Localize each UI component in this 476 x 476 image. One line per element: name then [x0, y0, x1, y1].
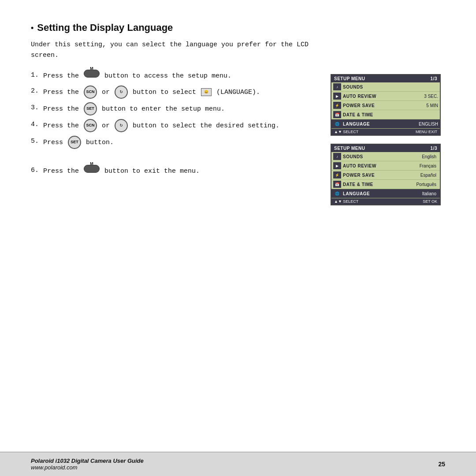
- arrow-button-icon: ↻: [115, 86, 128, 99]
- lcd-screen-1-footer-right: MENU EXIT: [416, 130, 437, 134]
- title-text: Setting the Display Language: [37, 22, 173, 33]
- datetime-label-2: DATE & TIME: [343, 182, 416, 187]
- autoreview-label-2: AUTO REVIEW: [343, 164, 420, 168]
- step-2-num: 2.: [31, 86, 41, 97]
- sounds-label-2: SOUNDS: [343, 154, 422, 159]
- step-5: 5. Press SET button.: [31, 136, 317, 149]
- screens-column: SETUP MENU 1/3 ♪ SOUNDS ▶ AUTO REVIEW 3 …: [331, 74, 445, 205]
- step-4-body: Press the SCN or ↻ button to select the …: [43, 119, 317, 132]
- autoreview-label-1: AUTO REVIEW: [343, 94, 422, 99]
- sounds-icon-1: ♪: [333, 83, 341, 90]
- step-3-body: Press the SET button to enter the setup …: [43, 102, 317, 115]
- lcd-row-powersave-2: ⚡ POWER SAVE Español: [331, 171, 440, 180]
- datetime-label-1: DATE & TIME: [343, 112, 436, 117]
- powersave-value-1: 5 MIN: [426, 103, 438, 108]
- lcd-row-sounds-2: ♪ SOUNDS English: [331, 152, 440, 161]
- lcd-screen-1-footer-left: ▲▼ SELECT: [334, 130, 358, 134]
- lcd-row-language-2: 🌐 LANGUAGE Italiano: [331, 189, 440, 198]
- lcd-screen-2-footer: ▲▼ SELECT SET OK: [331, 198, 440, 205]
- lcd-row-datetime-1: 📅 DATE & TIME: [331, 110, 440, 119]
- step-6-body: Press the M button to exit the menu.: [43, 165, 317, 177]
- lcd-screen-2-page: 1/3: [431, 146, 437, 151]
- page-number: 25: [438, 461, 445, 468]
- step-5-num: 5.: [31, 136, 41, 147]
- m-button-icon-6: M: [84, 165, 100, 177]
- footer-left: Polaroid i1032 Digital Camera User Guide…: [31, 457, 144, 471]
- scn-button-icon-4: SCN: [84, 119, 97, 132]
- set-button-icon-5: SET: [68, 136, 81, 149]
- step-1: 1. Press the M button to access the setu…: [31, 70, 317, 82]
- lcd-row-datetime-2: 📅 DATE & TIME Português: [331, 180, 440, 189]
- step-3-num: 3.: [31, 102, 41, 114]
- lcd-screen-2-header: SETUP MENU 1/3: [331, 145, 440, 152]
- bullet: •: [31, 23, 33, 33]
- step-4: 4. Press the SCN or ↻ button to select t…: [31, 119, 317, 132]
- lcd-row-powersave-1: ⚡ POWER SAVE 5 MIN: [331, 101, 440, 110]
- m-button-icon: M: [84, 70, 100, 82]
- powersave-icon-2: ⚡: [333, 171, 341, 178]
- set-button-icon-3: SET: [84, 102, 97, 115]
- autoreview-lang-value-2: Français: [420, 164, 438, 168]
- datetime-icon-1: 📅: [333, 111, 341, 118]
- intro-text: Under this setting, you can select the l…: [31, 40, 339, 61]
- page: • Setting the Display Language Under thi…: [0, 0, 476, 476]
- scn-button-icon: SCN: [84, 86, 97, 99]
- language-value-1: ENGLISH: [419, 122, 438, 126]
- lcd-screen-1: SETUP MENU 1/3 ♪ SOUNDS ▶ AUTO REVIEW 3 …: [331, 74, 441, 136]
- steps-column: 1. Press the M button to access the setu…: [31, 70, 317, 180]
- step-6-num: 6.: [31, 165, 41, 176]
- lcd-screen-1-header: SETUP MENU 1/3: [331, 75, 440, 82]
- lcd-screen-2: SETUP MENU 1/3 ♪ SOUNDS English ▶ AUTO R…: [331, 144, 441, 205]
- page-footer: Polaroid i1032 Digital Camera User Guide…: [0, 452, 476, 476]
- language-lang-value-2: Italiano: [422, 191, 438, 196]
- guide-url: www.polaroid.com: [31, 464, 144, 471]
- datetime-icon-2: 📅: [333, 181, 341, 188]
- language-label-1: LANGUAGE: [343, 122, 417, 126]
- language-label-2: LANGUAGE: [343, 191, 422, 196]
- guide-title: Polaroid i1032 Digital Camera User Guide: [31, 457, 144, 464]
- lcd-screen-2-footer-right: SET OK: [423, 199, 437, 204]
- powersave-lang-value-2: Español: [420, 173, 438, 178]
- powersave-icon-1: ⚡: [333, 102, 341, 109]
- section-title: • Setting the Display Language: [31, 22, 445, 33]
- language-icon-2: 🌐: [333, 190, 341, 197]
- lcd-row-autoreview-1: ▶ AUTO REVIEW 3 SEC.: [331, 92, 440, 101]
- step-5-body: Press SET button.: [43, 136, 317, 149]
- autoreview-icon-1: ▶: [333, 93, 341, 100]
- step-4-num: 4.: [31, 119, 41, 130]
- step-1-body: Press the M button to access the setup m…: [43, 70, 317, 82]
- sounds-icon-2: ♪: [333, 153, 341, 160]
- datetime-lang-value-2: Português: [416, 182, 438, 187]
- lcd-screen-2-footer-left: ▲▼ SELECT: [334, 199, 358, 204]
- step-6: 6. Press the M button to exit the menu.: [31, 165, 317, 177]
- lcd-screen-1-title: SETUP MENU: [334, 76, 365, 81]
- step-2-body: Press the SCN or ↻ button to select 😀 (L…: [43, 86, 317, 99]
- sounds-label-1: SOUNDS: [343, 85, 436, 89]
- powersave-label-1: POWER SAVE: [343, 103, 424, 108]
- content-area: 1. Press the M button to access the setu…: [31, 70, 445, 205]
- arrow-button-icon-4: ↻: [115, 119, 128, 132]
- lcd-screen-1-page: 1/3: [431, 76, 437, 81]
- lang-icon: 😀: [201, 88, 212, 96]
- language-icon-1: 🌐: [333, 120, 341, 127]
- lcd-screen-2-title: SETUP MENU: [334, 146, 365, 151]
- lcd-row-language-1: 🌐 LANGUAGE ENGLISH: [331, 119, 440, 129]
- autoreview-value-1: 3 SEC.: [424, 94, 438, 99]
- autoreview-icon-2: ▶: [333, 162, 341, 169]
- step-1-num: 1.: [31, 70, 41, 81]
- powersave-label-2: POWER SAVE: [343, 173, 420, 178]
- sounds-lang-value-2: English: [422, 154, 438, 159]
- lcd-row-autoreview-2: ▶ AUTO REVIEW Français: [331, 161, 440, 171]
- step-2: 2. Press the SCN or ↻ button to select 😀…: [31, 86, 317, 99]
- step-3: 3. Press the SET button to enter the set…: [31, 102, 317, 115]
- lcd-row-sounds-1: ♪ SOUNDS: [331, 82, 440, 92]
- lcd-screen-1-footer: ▲▼ SELECT MENU EXIT: [331, 129, 440, 135]
